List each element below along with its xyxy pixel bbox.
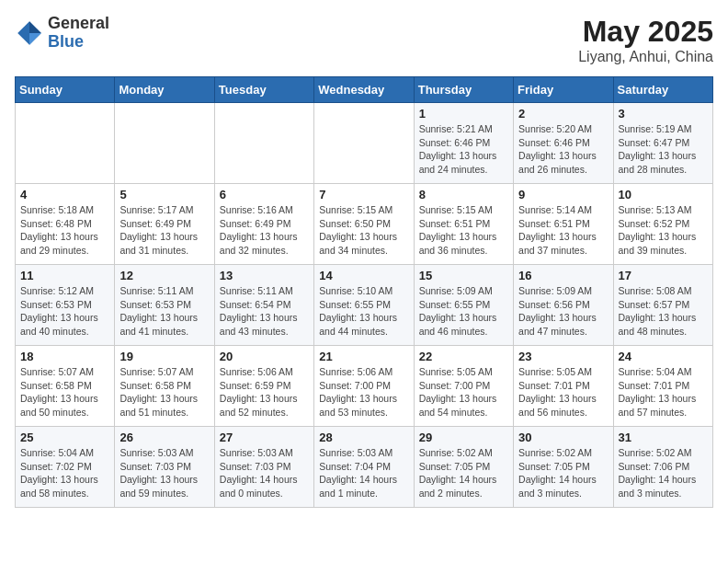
day-number: 12 bbox=[119, 269, 209, 282]
logo-text: General Blue bbox=[48, 15, 109, 52]
table-cell: 14Sunrise: 5:10 AMSunset: 6:55 PMDayligh… bbox=[314, 265, 414, 346]
calendar-table: SundayMondayTuesdayWednesdayThursdayFrid… bbox=[15, 76, 713, 508]
table-cell: 30Sunrise: 5:02 AMSunset: 7:05 PMDayligh… bbox=[514, 427, 613, 508]
table-cell: 9Sunrise: 5:14 AMSunset: 6:51 PMDaylight… bbox=[514, 184, 613, 265]
day-number: 11 bbox=[20, 269, 109, 282]
day-info: Sunrise: 5:15 AMSunset: 6:51 PMDaylight:… bbox=[419, 203, 508, 258]
header-friday: Friday bbox=[514, 77, 613, 103]
day-number: 14 bbox=[319, 269, 408, 282]
week-row-1: 1Sunrise: 5:21 AMSunset: 6:46 PMDaylight… bbox=[16, 103, 713, 184]
day-info: Sunrise: 5:07 AMSunset: 6:58 PMDaylight:… bbox=[119, 365, 209, 419]
header-saturday: Saturday bbox=[613, 77, 712, 103]
day-info: Sunrise: 5:03 AMSunset: 7:03 PMDaylight:… bbox=[119, 446, 209, 500]
logo-blue: Blue bbox=[48, 33, 109, 52]
table-cell: 28Sunrise: 5:03 AMSunset: 7:04 PMDayligh… bbox=[314, 427, 414, 508]
week-row-5: 25Sunrise: 5:04 AMSunset: 7:02 PMDayligh… bbox=[16, 427, 713, 508]
table-cell: 25Sunrise: 5:04 AMSunset: 7:02 PMDayligh… bbox=[16, 427, 115, 508]
day-info: Sunrise: 5:10 AMSunset: 6:55 PMDaylight:… bbox=[319, 284, 408, 339]
day-number: 1 bbox=[419, 107, 508, 121]
day-number: 19 bbox=[119, 350, 209, 363]
table-cell: 6Sunrise: 5:16 AMSunset: 6:49 PMDaylight… bbox=[214, 184, 313, 265]
day-info: Sunrise: 5:04 AMSunset: 7:02 PMDaylight:… bbox=[20, 446, 109, 500]
day-number: 3 bbox=[619, 107, 708, 121]
day-info: Sunrise: 5:03 AMSunset: 7:03 PMDaylight:… bbox=[220, 446, 309, 500]
day-info: Sunrise: 5:09 AMSunset: 6:56 PMDaylight:… bbox=[518, 284, 608, 339]
table-cell: 1Sunrise: 5:21 AMSunset: 6:46 PMDaylight… bbox=[414, 103, 513, 184]
day-number: 31 bbox=[619, 431, 708, 444]
day-info: Sunrise: 5:11 AMSunset: 6:53 PMDaylight:… bbox=[119, 284, 209, 339]
calendar-header-row: SundayMondayTuesdayWednesdayThursdayFrid… bbox=[16, 77, 713, 103]
day-info: Sunrise: 5:02 AMSunset: 7:05 PMDaylight:… bbox=[518, 446, 608, 500]
day-number: 16 bbox=[518, 269, 608, 282]
day-number: 6 bbox=[220, 188, 309, 201]
table-cell: 19Sunrise: 5:07 AMSunset: 6:58 PMDayligh… bbox=[115, 346, 214, 427]
header-wednesday: Wednesday bbox=[314, 77, 414, 103]
day-number: 23 bbox=[518, 350, 608, 363]
week-row-3: 11Sunrise: 5:12 AMSunset: 6:53 PMDayligh… bbox=[16, 265, 713, 346]
table-cell: 26Sunrise: 5:03 AMSunset: 7:03 PMDayligh… bbox=[115, 427, 214, 508]
day-info: Sunrise: 5:05 AMSunset: 7:00 PMDaylight:… bbox=[419, 365, 508, 419]
day-info: Sunrise: 5:06 AMSunset: 7:00 PMDaylight:… bbox=[319, 365, 408, 419]
day-number: 17 bbox=[619, 269, 708, 282]
day-number: 8 bbox=[419, 188, 508, 201]
day-info: Sunrise: 5:08 AMSunset: 6:57 PMDaylight:… bbox=[619, 284, 708, 339]
day-number: 9 bbox=[518, 188, 608, 201]
table-cell: 29Sunrise: 5:02 AMSunset: 7:05 PMDayligh… bbox=[414, 427, 513, 508]
day-number: 22 bbox=[419, 350, 508, 363]
day-number: 15 bbox=[419, 269, 508, 282]
table-cell: 5Sunrise: 5:17 AMSunset: 6:49 PMDaylight… bbox=[115, 184, 214, 265]
day-info: Sunrise: 5:03 AMSunset: 7:04 PMDaylight:… bbox=[319, 446, 408, 500]
title-block: May 2025 Liyang, Anhui, China bbox=[578, 15, 713, 65]
table-cell: 17Sunrise: 5:08 AMSunset: 6:57 PMDayligh… bbox=[613, 265, 712, 346]
logo: General Blue bbox=[15, 15, 109, 52]
day-info: Sunrise: 5:21 AMSunset: 6:46 PMDaylight:… bbox=[419, 122, 508, 177]
table-cell: 18Sunrise: 5:07 AMSunset: 6:58 PMDayligh… bbox=[16, 346, 115, 427]
week-row-4: 18Sunrise: 5:07 AMSunset: 6:58 PMDayligh… bbox=[16, 346, 713, 427]
day-number: 4 bbox=[20, 188, 109, 201]
calendar-subtitle: Liyang, Anhui, China bbox=[578, 49, 713, 65]
day-info: Sunrise: 5:02 AMSunset: 7:06 PMDaylight:… bbox=[619, 446, 708, 500]
table-cell bbox=[214, 103, 313, 184]
day-info: Sunrise: 5:11 AMSunset: 6:54 PMDaylight:… bbox=[220, 284, 309, 339]
table-cell: 15Sunrise: 5:09 AMSunset: 6:55 PMDayligh… bbox=[414, 265, 513, 346]
svg-marker-2 bbox=[29, 33, 41, 45]
day-number: 5 bbox=[119, 188, 209, 201]
day-info: Sunrise: 5:14 AMSunset: 6:51 PMDaylight:… bbox=[518, 203, 608, 258]
day-info: Sunrise: 5:19 AMSunset: 6:47 PMDaylight:… bbox=[619, 122, 708, 177]
day-number: 10 bbox=[619, 188, 708, 201]
header-monday: Monday bbox=[115, 77, 214, 103]
table-cell: 4Sunrise: 5:18 AMSunset: 6:48 PMDaylight… bbox=[16, 184, 115, 265]
table-cell: 12Sunrise: 5:11 AMSunset: 6:53 PMDayligh… bbox=[115, 265, 214, 346]
logo-icon bbox=[15, 18, 44, 48]
table-cell: 27Sunrise: 5:03 AMSunset: 7:03 PMDayligh… bbox=[214, 427, 313, 508]
table-cell: 20Sunrise: 5:06 AMSunset: 6:59 PMDayligh… bbox=[214, 346, 313, 427]
table-cell: 2Sunrise: 5:20 AMSunset: 6:46 PMDaylight… bbox=[514, 103, 613, 184]
table-cell: 21Sunrise: 5:06 AMSunset: 7:00 PMDayligh… bbox=[314, 346, 414, 427]
table-cell: 8Sunrise: 5:15 AMSunset: 6:51 PMDaylight… bbox=[414, 184, 513, 265]
table-cell bbox=[115, 103, 214, 184]
table-cell: 24Sunrise: 5:04 AMSunset: 7:01 PMDayligh… bbox=[613, 346, 712, 427]
table-cell: 31Sunrise: 5:02 AMSunset: 7:06 PMDayligh… bbox=[613, 427, 712, 508]
day-info: Sunrise: 5:15 AMSunset: 6:50 PMDaylight:… bbox=[319, 203, 408, 258]
table-cell: 3Sunrise: 5:19 AMSunset: 6:47 PMDaylight… bbox=[613, 103, 712, 184]
day-number: 13 bbox=[220, 269, 309, 282]
day-info: Sunrise: 5:06 AMSunset: 6:59 PMDaylight:… bbox=[220, 365, 309, 419]
day-info: Sunrise: 5:17 AMSunset: 6:49 PMDaylight:… bbox=[119, 203, 209, 258]
table-cell: 16Sunrise: 5:09 AMSunset: 6:56 PMDayligh… bbox=[514, 265, 613, 346]
table-cell: 22Sunrise: 5:05 AMSunset: 7:00 PMDayligh… bbox=[414, 346, 513, 427]
table-cell bbox=[314, 103, 414, 184]
table-cell: 7Sunrise: 5:15 AMSunset: 6:50 PMDaylight… bbox=[314, 184, 414, 265]
day-info: Sunrise: 5:16 AMSunset: 6:49 PMDaylight:… bbox=[220, 203, 309, 258]
day-info: Sunrise: 5:20 AMSunset: 6:46 PMDaylight:… bbox=[518, 122, 608, 177]
day-number: 29 bbox=[419, 431, 508, 444]
day-number: 7 bbox=[319, 188, 408, 201]
day-number: 18 bbox=[20, 350, 109, 363]
table-cell: 10Sunrise: 5:13 AMSunset: 6:52 PMDayligh… bbox=[613, 184, 712, 265]
day-number: 28 bbox=[319, 431, 408, 444]
table-cell: 11Sunrise: 5:12 AMSunset: 6:53 PMDayligh… bbox=[16, 265, 115, 346]
day-info: Sunrise: 5:07 AMSunset: 6:58 PMDaylight:… bbox=[20, 365, 109, 419]
day-number: 27 bbox=[220, 431, 309, 444]
page-header: General Blue May 2025 Liyang, Anhui, Chi… bbox=[15, 15, 713, 65]
day-number: 20 bbox=[220, 350, 309, 363]
day-info: Sunrise: 5:13 AMSunset: 6:52 PMDaylight:… bbox=[619, 203, 708, 258]
